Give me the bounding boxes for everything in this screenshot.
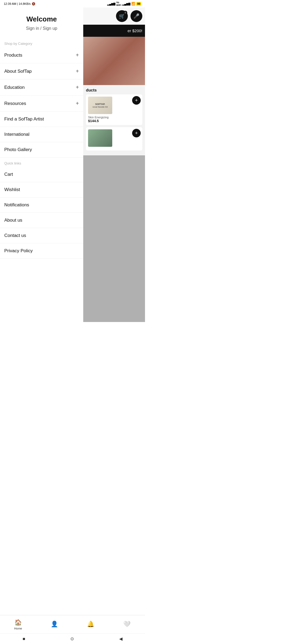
hero-image <box>83 37 145 85</box>
resources-expand-icon: + <box>76 100 79 107</box>
nav-item-wishlist[interactable]: Wishlist <box>0 182 83 197</box>
product-name-1: Skin Energizing <box>88 116 140 119</box>
wishlist-label: Wishlist <box>4 187 20 192</box>
contact-us-label: Contact us <box>4 233 26 238</box>
add-to-cart-button-2: + <box>132 129 141 137</box>
privacy-policy-label: Privacy Policy <box>4 248 33 253</box>
product-image-1: SOFTAP.ional Needle Kit <box>88 97 112 114</box>
nav-item-education[interactable]: Education + <box>0 79 83 96</box>
nav-item-products[interactable]: Products + <box>0 47 83 63</box>
side-drawer: Welcome Sign in / Sign up Shop by Catego… <box>0 8 83 322</box>
international-label: International <box>4 132 30 137</box>
products-expand-icon: + <box>76 52 79 58</box>
cart-icon-button: 🛒 0 <box>116 10 128 22</box>
resources-label: Resources <box>4 101 26 106</box>
quick-links-label: Quick links <box>0 158 83 167</box>
app-background-content: 🛒 0 🎤 er $200! ducts + SOFTAP.ional <box>83 8 145 322</box>
education-label: Education <box>4 85 25 90</box>
products-label: Products <box>4 53 22 58</box>
about-expand-icon: + <box>76 68 79 74</box>
nav-item-notifications[interactable]: Notifications <box>0 197 83 213</box>
nav-item-contact-us[interactable]: Contact us <box>0 228 83 243</box>
about-us-label: About us <box>4 218 22 223</box>
promo-banner: er $200! <box>83 25 145 37</box>
cart-label: Cart <box>4 172 13 177</box>
signal-icon: ▂▄▆▇ <box>107 2 115 5</box>
nav-item-privacy-policy[interactable]: Privacy Policy <box>0 243 83 259</box>
add-to-cart-button-1: + <box>132 96 141 105</box>
nav-item-international[interactable]: International <box>0 127 83 142</box>
drawer-header: Welcome Sign in / Sign up <box>0 8 83 38</box>
notifications-label: Notifications <box>4 202 29 207</box>
nav-item-find-artist[interactable]: Find a SofTap Artist <box>0 112 83 127</box>
nav-item-photo-gallery[interactable]: Photo Gallery <box>0 142 83 158</box>
app-top-bar: 🛒 0 🎤 <box>83 8 145 25</box>
nav-item-resources[interactable]: Resources + <box>0 96 83 112</box>
mic-icon-button: 🎤 <box>130 10 142 22</box>
products-section-title: ducts <box>86 88 142 92</box>
mic-icon: 🎤 <box>133 13 139 19</box>
drawer-title: Welcome <box>4 15 79 23</box>
nav-item-about-us[interactable]: About us <box>0 213 83 228</box>
mute-icon: 🔕 <box>32 2 35 6</box>
find-artist-label: Find a SofTap Artist <box>4 116 44 122</box>
battery-level: 99 <box>136 2 141 6</box>
drawer-signin-link[interactable]: Sign in / Sign up <box>4 26 79 31</box>
products-section: ducts + SOFTAP.ional Needle Kit Skin Ene… <box>83 85 145 155</box>
signal2-icon: ▂▄▆▇ <box>122 2 130 5</box>
photo-gallery-label: Photo Gallery <box>4 147 32 152</box>
promo-text: er $200! <box>128 28 142 33</box>
product-card-2: + <box>86 127 142 151</box>
product-image-2 <box>88 129 112 147</box>
product-card-1: + SOFTAP.ional Needle Kit Skin Energizin… <box>86 94 142 125</box>
wifi-icon: 📶 <box>131 2 135 6</box>
shop-by-category-label: Shop by Category <box>0 38 83 47</box>
nav-item-cart[interactable]: Cart <box>0 167 83 182</box>
nav-item-about-softap[interactable]: About SofTap + <box>0 63 83 79</box>
about-softap-label: About SofTap <box>4 69 32 74</box>
page-wrapper: Welcome Sign in / Sign up Shop by Catego… <box>0 8 145 322</box>
product-price-1: $144.5 <box>88 119 140 123</box>
cart-badge-count: 0 <box>124 11 127 14</box>
vowifi-label: VoWiFi <box>116 1 121 6</box>
time-display: 12:39 AM | 14.8KB/s <box>4 2 31 5</box>
status-bar: 12:39 AM | 14.8KB/s 🔕 ▂▄▆▇ VoWiFi ▂▄▆▇ 📶… <box>0 0 145 8</box>
education-expand-icon: + <box>76 84 79 90</box>
